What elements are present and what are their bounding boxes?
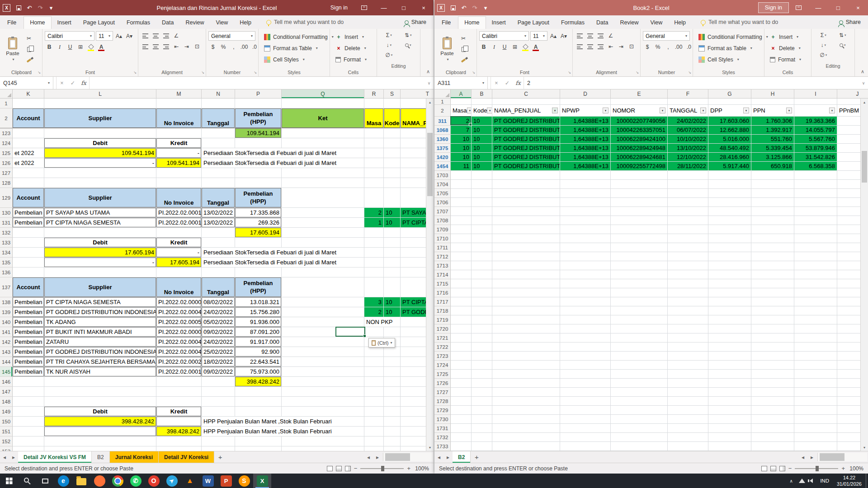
cell-E1710[interactable] bbox=[611, 234, 668, 243]
autosum-button[interactable]: Σ▾ bbox=[380, 31, 398, 40]
cell-A1713[interactable] bbox=[451, 261, 472, 270]
cell-C1713[interactable] bbox=[492, 261, 560, 270]
sheet-tab-b2[interactable]: B2 bbox=[92, 451, 110, 463]
cell-B1726[interactable] bbox=[472, 379, 492, 388]
maximize-button[interactable]: □ bbox=[394, 0, 414, 15]
cell-T124[interactable] bbox=[401, 138, 426, 148]
number-format-select[interactable]: General▾ bbox=[208, 31, 255, 41]
cell-E1731[interactable] bbox=[611, 424, 668, 433]
cell-E1716[interactable] bbox=[611, 288, 668, 297]
cell-S137[interactable] bbox=[384, 277, 401, 297]
cell-E1375[interactable]: 100062289424948 bbox=[611, 144, 668, 153]
row-header-150[interactable]: 150 bbox=[0, 417, 13, 427]
cell-C1721[interactable] bbox=[492, 333, 560, 343]
ribbon-display-options-button[interactable] bbox=[788, 0, 808, 15]
cell-K135[interactable] bbox=[13, 258, 44, 267]
row-header-1[interactable]: 1 bbox=[0, 99, 13, 108]
row-header-126[interactable]: 126 bbox=[0, 158, 13, 168]
cell-D311[interactable]: 1,64388E+13 bbox=[560, 117, 611, 126]
cell-D1720[interactable] bbox=[560, 324, 611, 333]
cell-A1733[interactable] bbox=[451, 442, 472, 451]
cell-K149[interactable] bbox=[13, 407, 44, 417]
zoom-in-button[interactable]: + bbox=[841, 465, 845, 472]
ribbon-tab-insert[interactable]: Insert bbox=[52, 17, 77, 29]
ribbon-tab-data[interactable]: Data bbox=[156, 17, 179, 29]
cell-B1718[interactable] bbox=[472, 306, 492, 315]
cell-J1708[interactable] bbox=[837, 216, 860, 225]
fill-button[interactable]: ↓▾ bbox=[380, 41, 398, 50]
cell-Q136[interactable] bbox=[282, 267, 364, 277]
cell-A1715[interactable] bbox=[451, 279, 472, 288]
ribbon-tab-view[interactable]: View bbox=[644, 17, 668, 29]
cell-F1708[interactable] bbox=[668, 216, 708, 225]
row-header-1724[interactable]: 1724 bbox=[434, 361, 451, 370]
cell-G1420[interactable]: 28.416.960 bbox=[708, 153, 751, 162]
cell-R129[interactable] bbox=[364, 188, 384, 208]
bold-button[interactable]: B bbox=[479, 42, 488, 52]
cell-K127[interactable] bbox=[13, 168, 44, 178]
cell-L153[interactable] bbox=[44, 446, 156, 451]
cell-J1705[interactable] bbox=[837, 189, 860, 198]
cell-E1732[interactable] bbox=[611, 433, 668, 442]
collapse-ribbon-button[interactable]: ∧ bbox=[426, 69, 430, 75]
cell-R130[interactable]: 2 bbox=[364, 208, 384, 218]
font-size-select[interactable]: 11▾ bbox=[96, 31, 113, 41]
cell-Q149[interactable] bbox=[282, 407, 364, 417]
vertical-scrollbar-thumb[interactable] bbox=[427, 133, 433, 196]
align-right-button[interactable] bbox=[596, 42, 605, 51]
cell-S133[interactable] bbox=[384, 238, 401, 248]
cell-K151[interactable] bbox=[13, 427, 44, 436]
cell-F311[interactable]: 24/02/2022 bbox=[668, 117, 708, 126]
sheet-nav-left-icon[interactable]: ◂ bbox=[0, 451, 9, 463]
cell-B1721[interactable] bbox=[472, 333, 492, 343]
cell-G1068[interactable]: 12.662.880 bbox=[708, 126, 751, 135]
cell-C1723[interactable] bbox=[492, 352, 560, 361]
cell-I1717[interactable] bbox=[794, 297, 837, 306]
cell-A1717[interactable] bbox=[451, 297, 472, 306]
merge-center-button[interactable]: ⊡ bbox=[193, 42, 202, 51]
cell-G1723[interactable] bbox=[708, 352, 751, 361]
cell-C1725[interactable] bbox=[492, 370, 560, 379]
cell-P139[interactable]: 15.756.280 bbox=[235, 307, 282, 317]
row-header-131[interactable]: 131 bbox=[0, 218, 13, 228]
firefox-button[interactable] bbox=[90, 474, 108, 488]
vertical-scrollbar[interactable]: ▴ ▾ bbox=[426, 99, 434, 451]
page-break-view-icon[interactable] bbox=[779, 466, 785, 471]
insert-function-button[interactable]: fx bbox=[78, 77, 89, 89]
word-button[interactable]: W bbox=[199, 474, 217, 488]
cell-J1[interactable] bbox=[837, 99, 860, 105]
cell-C1711[interactable] bbox=[492, 243, 560, 252]
cell-E1[interactable] bbox=[611, 99, 668, 105]
paste-button[interactable]: Paste ▾ bbox=[3, 31, 22, 68]
cell-C1730[interactable] bbox=[492, 415, 560, 424]
new-sheet-button[interactable]: + bbox=[471, 451, 482, 463]
cell-M125[interactable]: - bbox=[156, 148, 202, 158]
cell-R147[interactable] bbox=[364, 387, 384, 397]
cell-M143[interactable]: PI.2022.02.00046 bbox=[156, 347, 202, 357]
cell-P127[interactable] bbox=[235, 168, 282, 178]
cell-I1706[interactable] bbox=[794, 198, 837, 207]
column-header-H[interactable]: H bbox=[751, 89, 794, 98]
cell-I1420[interactable]: 31.542.826 bbox=[794, 153, 837, 162]
undo-button[interactable]: ↶ bbox=[24, 2, 34, 14]
increase-decimal-button[interactable]: .00 bbox=[674, 42, 683, 52]
cell-Q147[interactable] bbox=[282, 387, 364, 397]
cell-D1[interactable] bbox=[560, 99, 611, 105]
sort-filter-button[interactable]: ⇅▾ bbox=[399, 31, 418, 40]
cell-R132[interactable] bbox=[364, 228, 384, 238]
cell-E1714[interactable] bbox=[611, 270, 668, 279]
cell-I1708[interactable] bbox=[794, 216, 837, 225]
borders-button[interactable]: ⊞ bbox=[76, 42, 85, 52]
increase-indent-button[interactable]: ⇥ bbox=[182, 42, 191, 51]
cell-L124[interactable]: Debit bbox=[44, 138, 156, 148]
share-button[interactable]: Share bbox=[839, 19, 861, 29]
cell-B1728[interactable] bbox=[472, 397, 492, 406]
cell-C1733[interactable] bbox=[492, 442, 560, 451]
zoom-slider-thumb[interactable] bbox=[816, 466, 819, 471]
cell-I1726[interactable] bbox=[794, 379, 837, 388]
cell-K123[interactable] bbox=[13, 128, 44, 138]
cell-G1729[interactable] bbox=[708, 406, 751, 415]
cell-Q148[interactable] bbox=[282, 397, 364, 407]
clipboard-dialog-launcher-icon[interactable]: ↘ bbox=[472, 70, 475, 75]
row-header-1733[interactable]: 1733 bbox=[434, 442, 451, 451]
